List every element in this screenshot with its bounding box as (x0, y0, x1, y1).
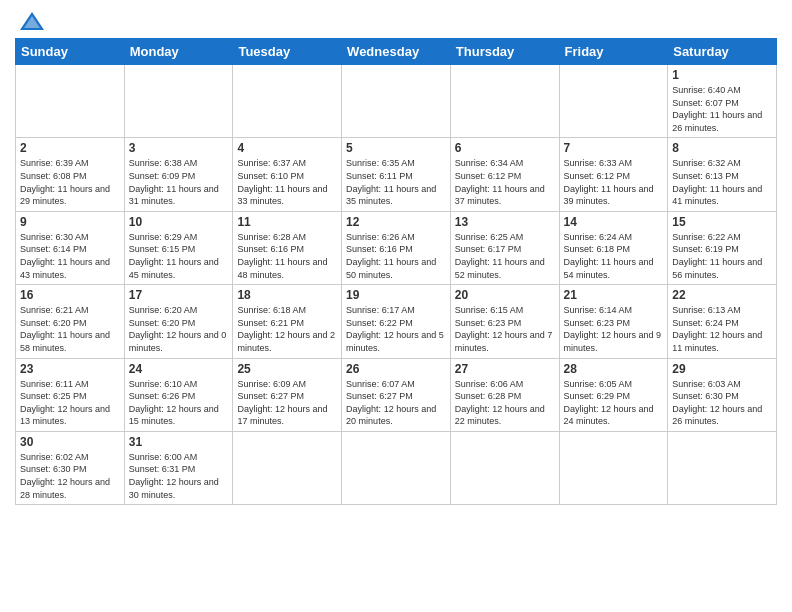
calendar-cell: 5Sunrise: 6:35 AMSunset: 6:11 PMDaylight… (342, 138, 451, 211)
day-number: 7 (564, 141, 664, 155)
calendar-cell: 13Sunrise: 6:25 AMSunset: 6:17 PMDayligh… (450, 211, 559, 284)
calendar-cell: 3Sunrise: 6:38 AMSunset: 6:09 PMDaylight… (124, 138, 233, 211)
calendar-cell: 6Sunrise: 6:34 AMSunset: 6:12 PMDaylight… (450, 138, 559, 211)
cell-info: Sunrise: 6:10 AMSunset: 6:26 PMDaylight:… (129, 378, 229, 428)
cell-info: Sunrise: 6:05 AMSunset: 6:29 PMDaylight:… (564, 378, 664, 428)
weekday-saturday: Saturday (668, 39, 777, 65)
day-number: 18 (237, 288, 337, 302)
calendar-table: SundayMondayTuesdayWednesdayThursdayFrid… (15, 38, 777, 505)
weekday-monday: Monday (124, 39, 233, 65)
calendar-cell: 18Sunrise: 6:18 AMSunset: 6:21 PMDayligh… (233, 285, 342, 358)
day-number: 4 (237, 141, 337, 155)
cell-info: Sunrise: 6:28 AMSunset: 6:16 PMDaylight:… (237, 231, 337, 281)
week-row-3: 16Sunrise: 6:21 AMSunset: 6:20 PMDayligh… (16, 285, 777, 358)
day-number: 9 (20, 215, 120, 229)
day-number: 26 (346, 362, 446, 376)
weekday-wednesday: Wednesday (342, 39, 451, 65)
weekday-friday: Friday (559, 39, 668, 65)
day-number: 5 (346, 141, 446, 155)
calendar-cell (668, 431, 777, 504)
calendar-cell: 24Sunrise: 6:10 AMSunset: 6:26 PMDayligh… (124, 358, 233, 431)
calendar-cell: 8Sunrise: 6:32 AMSunset: 6:13 PMDaylight… (668, 138, 777, 211)
day-number: 28 (564, 362, 664, 376)
calendar-cell: 17Sunrise: 6:20 AMSunset: 6:20 PMDayligh… (124, 285, 233, 358)
cell-info: Sunrise: 6:14 AMSunset: 6:23 PMDaylight:… (564, 304, 664, 354)
calendar-cell (342, 431, 451, 504)
cell-info: Sunrise: 6:20 AMSunset: 6:20 PMDaylight:… (129, 304, 229, 354)
cell-info: Sunrise: 6:18 AMSunset: 6:21 PMDaylight:… (237, 304, 337, 354)
calendar-cell: 7Sunrise: 6:33 AMSunset: 6:12 PMDaylight… (559, 138, 668, 211)
cell-info: Sunrise: 6:13 AMSunset: 6:24 PMDaylight:… (672, 304, 772, 354)
cell-info: Sunrise: 6:15 AMSunset: 6:23 PMDaylight:… (455, 304, 555, 354)
weekday-sunday: Sunday (16, 39, 125, 65)
cell-info: Sunrise: 6:34 AMSunset: 6:12 PMDaylight:… (455, 157, 555, 207)
cell-info: Sunrise: 6:11 AMSunset: 6:25 PMDaylight:… (20, 378, 120, 428)
calendar-cell (124, 65, 233, 138)
cell-info: Sunrise: 6:26 AMSunset: 6:16 PMDaylight:… (346, 231, 446, 281)
page: SundayMondayTuesdayWednesdayThursdayFrid… (0, 0, 792, 612)
calendar-cell: 19Sunrise: 6:17 AMSunset: 6:22 PMDayligh… (342, 285, 451, 358)
calendar-cell: 15Sunrise: 6:22 AMSunset: 6:19 PMDayligh… (668, 211, 777, 284)
day-number: 19 (346, 288, 446, 302)
week-row-0: 1Sunrise: 6:40 AMSunset: 6:07 PMDaylight… (16, 65, 777, 138)
calendar-cell: 9Sunrise: 6:30 AMSunset: 6:14 PMDaylight… (16, 211, 125, 284)
day-number: 3 (129, 141, 229, 155)
day-number: 16 (20, 288, 120, 302)
cell-info: Sunrise: 6:37 AMSunset: 6:10 PMDaylight:… (237, 157, 337, 207)
calendar-cell (450, 431, 559, 504)
calendar-cell: 11Sunrise: 6:28 AMSunset: 6:16 PMDayligh… (233, 211, 342, 284)
cell-info: Sunrise: 6:22 AMSunset: 6:19 PMDaylight:… (672, 231, 772, 281)
calendar-cell: 21Sunrise: 6:14 AMSunset: 6:23 PMDayligh… (559, 285, 668, 358)
cell-info: Sunrise: 6:03 AMSunset: 6:30 PMDaylight:… (672, 378, 772, 428)
calendar-cell: 16Sunrise: 6:21 AMSunset: 6:20 PMDayligh… (16, 285, 125, 358)
day-number: 12 (346, 215, 446, 229)
calendar-cell (16, 65, 125, 138)
cell-info: Sunrise: 6:07 AMSunset: 6:27 PMDaylight:… (346, 378, 446, 428)
calendar-cell: 1Sunrise: 6:40 AMSunset: 6:07 PMDaylight… (668, 65, 777, 138)
logo-icon (18, 10, 46, 32)
calendar-cell: 12Sunrise: 6:26 AMSunset: 6:16 PMDayligh… (342, 211, 451, 284)
day-number: 10 (129, 215, 229, 229)
calendar-cell: 4Sunrise: 6:37 AMSunset: 6:10 PMDaylight… (233, 138, 342, 211)
cell-info: Sunrise: 6:06 AMSunset: 6:28 PMDaylight:… (455, 378, 555, 428)
cell-info: Sunrise: 6:30 AMSunset: 6:14 PMDaylight:… (20, 231, 120, 281)
calendar-cell (233, 65, 342, 138)
cell-info: Sunrise: 6:25 AMSunset: 6:17 PMDaylight:… (455, 231, 555, 281)
calendar-cell: 26Sunrise: 6:07 AMSunset: 6:27 PMDayligh… (342, 358, 451, 431)
day-number: 2 (20, 141, 120, 155)
calendar-cell: 14Sunrise: 6:24 AMSunset: 6:18 PMDayligh… (559, 211, 668, 284)
day-number: 25 (237, 362, 337, 376)
day-number: 14 (564, 215, 664, 229)
day-number: 1 (672, 68, 772, 82)
day-number: 30 (20, 435, 120, 449)
day-number: 13 (455, 215, 555, 229)
calendar-cell: 23Sunrise: 6:11 AMSunset: 6:25 PMDayligh… (16, 358, 125, 431)
cell-info: Sunrise: 6:32 AMSunset: 6:13 PMDaylight:… (672, 157, 772, 207)
cell-info: Sunrise: 6:24 AMSunset: 6:18 PMDaylight:… (564, 231, 664, 281)
calendar-cell: 10Sunrise: 6:29 AMSunset: 6:15 PMDayligh… (124, 211, 233, 284)
cell-info: Sunrise: 6:02 AMSunset: 6:30 PMDaylight:… (20, 451, 120, 501)
cell-info: Sunrise: 6:39 AMSunset: 6:08 PMDaylight:… (20, 157, 120, 207)
cell-info: Sunrise: 6:00 AMSunset: 6:31 PMDaylight:… (129, 451, 229, 501)
day-number: 27 (455, 362, 555, 376)
cell-info: Sunrise: 6:40 AMSunset: 6:07 PMDaylight:… (672, 84, 772, 134)
week-row-4: 23Sunrise: 6:11 AMSunset: 6:25 PMDayligh… (16, 358, 777, 431)
day-number: 24 (129, 362, 229, 376)
calendar-cell (559, 431, 668, 504)
calendar-cell (233, 431, 342, 504)
cell-info: Sunrise: 6:17 AMSunset: 6:22 PMDaylight:… (346, 304, 446, 354)
cell-info: Sunrise: 6:29 AMSunset: 6:15 PMDaylight:… (129, 231, 229, 281)
day-number: 6 (455, 141, 555, 155)
cell-info: Sunrise: 6:09 AMSunset: 6:27 PMDaylight:… (237, 378, 337, 428)
day-number: 31 (129, 435, 229, 449)
calendar-cell: 25Sunrise: 6:09 AMSunset: 6:27 PMDayligh… (233, 358, 342, 431)
calendar-cell: 30Sunrise: 6:02 AMSunset: 6:30 PMDayligh… (16, 431, 125, 504)
day-number: 17 (129, 288, 229, 302)
cell-info: Sunrise: 6:35 AMSunset: 6:11 PMDaylight:… (346, 157, 446, 207)
calendar-cell (559, 65, 668, 138)
header (15, 10, 777, 32)
day-number: 29 (672, 362, 772, 376)
day-number: 15 (672, 215, 772, 229)
cell-info: Sunrise: 6:21 AMSunset: 6:20 PMDaylight:… (20, 304, 120, 354)
week-row-2: 9Sunrise: 6:30 AMSunset: 6:14 PMDaylight… (16, 211, 777, 284)
